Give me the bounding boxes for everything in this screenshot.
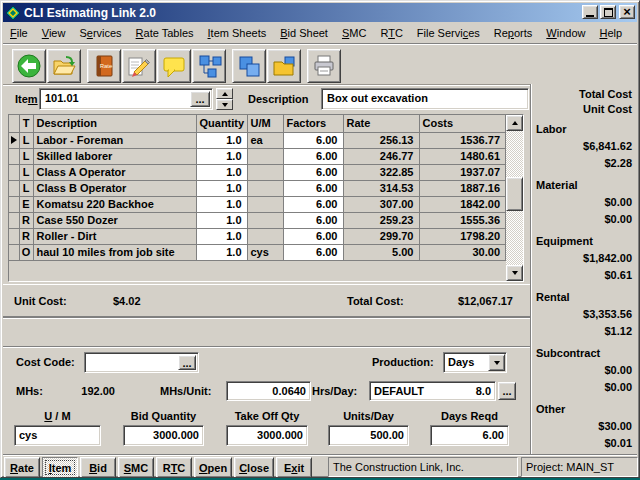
cell-t[interactable]: L xyxy=(19,164,33,180)
cell-factors[interactable]: 6.00 xyxy=(283,132,343,148)
column-header-t[interactable]: T xyxy=(19,115,33,132)
nav-button-bid[interactable]: Bid xyxy=(80,457,116,478)
menu-item-file[interactable]: File xyxy=(3,24,35,43)
cell-costs[interactable]: 1937.07 xyxy=(419,164,506,180)
cell-rate[interactable]: 246.77 xyxy=(343,148,419,164)
nav-button-item[interactable]: Item xyxy=(42,457,78,478)
nav-button-rate[interactable]: Rate xyxy=(4,457,40,478)
cell-t[interactable]: L xyxy=(19,148,33,164)
cell-um[interactable] xyxy=(247,180,283,196)
column-header-rate[interactable]: Rate xyxy=(343,115,419,132)
description-input[interactable]: Box out excavation xyxy=(321,88,529,110)
cell-quantity[interactable]: 1.0 xyxy=(196,148,247,164)
table-row[interactable]: RRoller - Dirt1.06.00299.701798.20 xyxy=(9,228,506,244)
column-header-u-m[interactable]: U/M xyxy=(247,115,283,132)
cell-um[interactable]: cys xyxy=(247,244,283,260)
cell-rate[interactable]: 259.23 xyxy=(343,212,419,228)
cell-t[interactable]: E xyxy=(19,196,33,212)
menu-item-view[interactable]: View xyxy=(35,24,73,43)
column-header-description[interactable]: Description xyxy=(33,115,196,132)
spin-down-button[interactable] xyxy=(216,99,233,110)
cell-quantity[interactable]: 1.0 xyxy=(196,244,247,260)
cell-description[interactable]: Class B Operator xyxy=(33,180,196,196)
cell-costs[interactable]: 1842.00 xyxy=(419,196,506,212)
nav-button-exit[interactable]: Exit xyxy=(276,457,312,478)
cell-costs[interactable]: 1887.16 xyxy=(419,180,506,196)
scroll-up-button[interactable] xyxy=(506,115,523,131)
cell-rate[interactable]: 5.00 xyxy=(343,244,419,260)
copy-button[interactable] xyxy=(232,49,266,83)
title-bar[interactable]: CLI Estimating Link 2.0 xyxy=(3,3,637,22)
cell-description[interactable]: Case 550 Dozer xyxy=(33,212,196,228)
cell-um[interactable] xyxy=(247,148,283,164)
maximize-button[interactable] xyxy=(600,5,616,19)
menu-item-bid-sheet[interactable]: Bid Sheet xyxy=(273,24,335,43)
close-button[interactable] xyxy=(619,5,635,19)
open-button[interactable] xyxy=(47,49,81,83)
nav-button-open[interactable]: Open xyxy=(194,457,232,478)
cost-code-lookup-button[interactable]: ... xyxy=(178,355,196,370)
cost-code-input[interactable]: ... xyxy=(84,352,199,373)
table-row[interactable]: LClass B Operator1.06.00314.531887.16 xyxy=(9,180,506,196)
table-row[interactable]: LLabor - Foreman1.0ea6.00256.131536.77 xyxy=(9,132,506,148)
edit-item-button[interactable] xyxy=(122,49,156,83)
column-header-factors[interactable]: Factors xyxy=(283,115,343,132)
back-button[interactable] xyxy=(12,49,46,83)
print-button[interactable] xyxy=(307,49,341,83)
cell-factors[interactable]: 6.00 xyxy=(283,244,343,260)
table-row[interactable]: LClass A Operator1.06.00322.851937.07 xyxy=(9,164,506,180)
menu-item-rate-tables[interactable]: Rate Tables xyxy=(129,24,201,43)
cell-factors[interactable]: 6.00 xyxy=(283,196,343,212)
cell-um[interactable] xyxy=(247,164,283,180)
table-row[interactable]: LSkilled laborer1.06.00246.771480.61 xyxy=(9,148,506,164)
bid-quantity-input[interactable]: 3000.000 xyxy=(123,425,204,446)
cell-t[interactable]: L xyxy=(19,180,33,196)
menu-item-help[interactable]: Help xyxy=(592,24,629,43)
item-tree-button[interactable] xyxy=(192,49,226,83)
cell-factors[interactable]: 6.00 xyxy=(283,180,343,196)
cell-description[interactable]: haul 10 miles from job site xyxy=(33,244,196,260)
cell-um[interactable] xyxy=(247,228,283,244)
cell-quantity[interactable]: 1.0 xyxy=(196,212,247,228)
cell-description[interactable]: Class A Operator xyxy=(33,164,196,180)
cell-t[interactable]: R xyxy=(19,212,33,228)
cell-um[interactable] xyxy=(247,212,283,228)
um-input[interactable]: cys xyxy=(14,425,101,446)
scrollbar-track[interactable] xyxy=(506,131,523,265)
cell-factors[interactable]: 6.00 xyxy=(283,212,343,228)
dropdown-arrow-button[interactable] xyxy=(488,354,505,371)
menu-item-file-services[interactable]: File Services xyxy=(410,24,487,43)
cell-rate[interactable]: 307.00 xyxy=(343,196,419,212)
cell-quantity[interactable]: 1.0 xyxy=(196,164,247,180)
scroll-down-button[interactable] xyxy=(506,265,523,281)
production-select[interactable]: Days xyxy=(443,352,507,373)
menu-item-smc[interactable]: SMC xyxy=(335,24,373,43)
cell-description[interactable]: Skilled laborer xyxy=(33,148,196,164)
takeoff-qty-input[interactable]: 3000.000 xyxy=(226,425,308,446)
item-lookup-button[interactable]: ... xyxy=(190,91,210,107)
column-header-costs[interactable]: Costs xyxy=(419,115,506,132)
rate-tables-button[interactable]: Rate xyxy=(87,49,121,83)
cell-costs[interactable]: 1798.20 xyxy=(419,228,506,244)
hrs-day-input[interactable]: DEFAULT 8.0 xyxy=(369,381,496,401)
copy-folder-button[interactable] xyxy=(267,49,301,83)
comment-button[interactable] xyxy=(157,49,191,83)
cell-factors[interactable]: 6.00 xyxy=(283,228,343,244)
cell-description[interactable]: Komatsu 220 Backhoe xyxy=(33,196,196,212)
cell-factors[interactable]: 6.00 xyxy=(283,148,343,164)
cell-costs[interactable]: 1555.36 xyxy=(419,212,506,228)
cell-um[interactable]: ea xyxy=(247,132,283,148)
cell-description[interactable]: Roller - Dirt xyxy=(33,228,196,244)
cell-description[interactable]: Labor - Foreman xyxy=(33,132,196,148)
mhs-unit-input[interactable]: 0.0640 xyxy=(226,381,311,401)
nav-button-rtc[interactable]: RTC xyxy=(156,457,192,478)
item-number-input[interactable]: 101.01 ... xyxy=(39,88,213,110)
cell-rate[interactable]: 322.85 xyxy=(343,164,419,180)
table-row[interactable]: RCase 550 Dozer1.06.00259.231555.36 xyxy=(9,212,506,228)
cell-t[interactable]: O xyxy=(19,244,33,260)
hrs-day-lookup-button[interactable]: ... xyxy=(498,382,516,400)
days-reqd-input[interactable]: 6.00 xyxy=(430,425,509,446)
minimize-button[interactable] xyxy=(582,5,598,19)
cell-quantity[interactable]: 1.0 xyxy=(196,228,247,244)
spin-up-button[interactable] xyxy=(216,88,233,99)
